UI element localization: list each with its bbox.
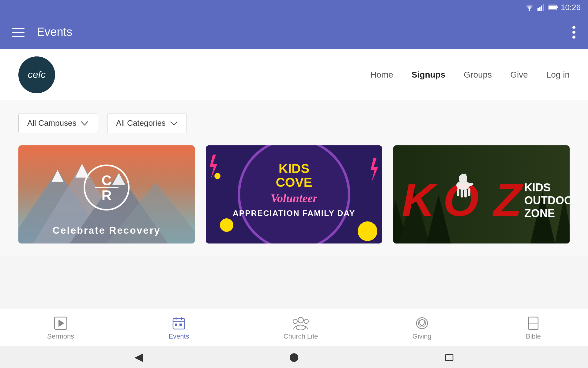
svg-rect-48 xyxy=(461,189,463,197)
hamburger-menu-button[interactable] xyxy=(12,25,24,38)
nav-login[interactable]: Log in xyxy=(546,70,570,80)
calendar-icon xyxy=(172,316,186,330)
svg-rect-62 xyxy=(179,324,182,326)
svg-point-11 xyxy=(572,26,575,29)
nav-give[interactable]: Give xyxy=(510,70,528,80)
svg-rect-4 xyxy=(543,4,544,11)
nav-bible[interactable]: Bible xyxy=(517,314,550,343)
home-button[interactable] xyxy=(289,351,299,363)
svg-rect-50 xyxy=(468,188,470,196)
people-icon xyxy=(293,316,309,330)
nav-signups[interactable]: Signups xyxy=(412,70,445,80)
app-bar: Events xyxy=(0,15,588,49)
system-nav-bar: ◀ xyxy=(0,346,588,368)
logo-text: cefc xyxy=(28,69,46,80)
svg-rect-73 xyxy=(446,355,453,361)
svg-point-66 xyxy=(304,319,308,324)
svg-text:KIDS: KIDS xyxy=(279,161,309,176)
svg-point-63 xyxy=(298,317,303,323)
categories-chevron-icon xyxy=(171,120,177,127)
nav-giving[interactable]: Giving xyxy=(403,314,440,343)
svg-rect-47 xyxy=(457,188,459,196)
cr-top-letter: C xyxy=(101,173,111,187)
giving-icon xyxy=(415,316,429,330)
status-icons: 10:26 xyxy=(525,3,581,12)
battery-icon xyxy=(548,4,558,10)
svg-rect-1 xyxy=(537,8,539,11)
svg-rect-49 xyxy=(464,189,467,197)
event-card-kids-cove[interactable]: KIDS COVE Volunteer APPRECIATION FAMILY … xyxy=(206,145,382,243)
svg-rect-9 xyxy=(12,32,24,33)
svg-text:ZONE: ZONE xyxy=(524,207,555,220)
svg-point-72 xyxy=(290,353,298,362)
svg-text:Z: Z xyxy=(492,174,523,226)
events-grid: C R Celebrate Recovery xyxy=(18,145,570,243)
svg-text:COVE: COVE xyxy=(276,175,312,190)
signal-icon xyxy=(537,4,545,11)
nav-church-life[interactable]: Church Life xyxy=(274,314,327,343)
recent-apps-button[interactable] xyxy=(445,351,454,363)
svg-point-13 xyxy=(572,36,575,39)
nav-groups[interactable]: Groups xyxy=(464,70,492,80)
svg-text:KIDS: KIDS xyxy=(524,181,551,194)
categories-filter[interactable]: All Categories xyxy=(107,113,187,133)
categories-label: All Categories xyxy=(116,118,166,128)
campuses-label: All Campuses xyxy=(27,118,76,128)
status-bar: 10:26 xyxy=(0,0,588,15)
book-icon xyxy=(527,316,539,330)
nav-home[interactable]: Home xyxy=(370,70,393,80)
svg-text:OUTDOOR: OUTDOOR xyxy=(524,194,570,207)
svg-point-64 xyxy=(296,325,305,330)
logo[interactable]: cefc xyxy=(18,56,55,93)
svg-point-65 xyxy=(293,319,297,324)
event-card-celebrate-recovery[interactable]: C R Celebrate Recovery xyxy=(18,145,195,243)
campuses-chevron-icon xyxy=(81,120,88,127)
play-icon xyxy=(54,316,67,330)
celebrate-recovery-title: Celebrate Recovery xyxy=(18,225,195,236)
svg-rect-2 xyxy=(539,7,541,11)
svg-rect-6 xyxy=(556,6,558,8)
nav-events-label: Events xyxy=(168,332,189,340)
svg-text:K: K xyxy=(402,174,438,226)
nav-bible-label: Bible xyxy=(526,332,541,340)
svg-rect-61 xyxy=(175,324,177,326)
status-time: 10:26 xyxy=(561,3,581,12)
nav-events[interactable]: Events xyxy=(159,314,198,343)
bottom-nav: Sermons Events Church Life xyxy=(0,309,588,346)
nav-header: cefc Home Signups Groups Give Log in xyxy=(0,49,588,101)
cr-logo: C R xyxy=(84,165,130,211)
nav-giving-label: Giving xyxy=(412,332,431,340)
event-card-koz[interactable]: K O Z KIDS OUTDOOR ZONE xyxy=(393,145,570,243)
app-title: Events xyxy=(37,25,72,39)
svg-point-24 xyxy=(220,218,233,232)
nav-links: Home Signups Groups Give Log in xyxy=(370,70,570,80)
svg-marker-56 xyxy=(58,320,64,327)
svg-point-12 xyxy=(572,31,575,34)
koz-bg: K O Z KIDS OUTDOOR ZONE xyxy=(393,145,570,243)
svg-text:Volunteer: Volunteer xyxy=(271,192,318,205)
cr-bottom-letter: R xyxy=(101,188,111,202)
svg-rect-8 xyxy=(12,28,24,29)
svg-rect-7 xyxy=(548,6,556,9)
main-content: All Campuses All Categories xyxy=(0,101,588,256)
svg-point-26 xyxy=(214,173,221,179)
wifi-icon xyxy=(525,4,534,11)
svg-point-25 xyxy=(358,221,377,241)
back-button[interactable]: ◀ xyxy=(134,351,143,363)
svg-rect-10 xyxy=(12,36,24,37)
campuses-filter[interactable]: All Campuses xyxy=(18,113,98,133)
svg-rect-3 xyxy=(541,6,542,11)
svg-text:APPRECIATION FAMILY DAY: APPRECIATION FAMILY DAY xyxy=(233,209,355,218)
kids-cove-bg: KIDS COVE Volunteer APPRECIATION FAMILY … xyxy=(206,145,382,243)
more-options-button[interactable] xyxy=(572,25,576,39)
app-bar-left: Events xyxy=(12,25,72,39)
svg-rect-57 xyxy=(173,319,185,329)
filter-row: All Campuses All Categories xyxy=(18,113,570,133)
nav-church-life-label: Church Life xyxy=(284,332,318,340)
nav-sermons-label: Sermons xyxy=(47,332,74,340)
svg-point-0 xyxy=(529,10,530,11)
nav-sermons[interactable]: Sermons xyxy=(38,314,83,343)
